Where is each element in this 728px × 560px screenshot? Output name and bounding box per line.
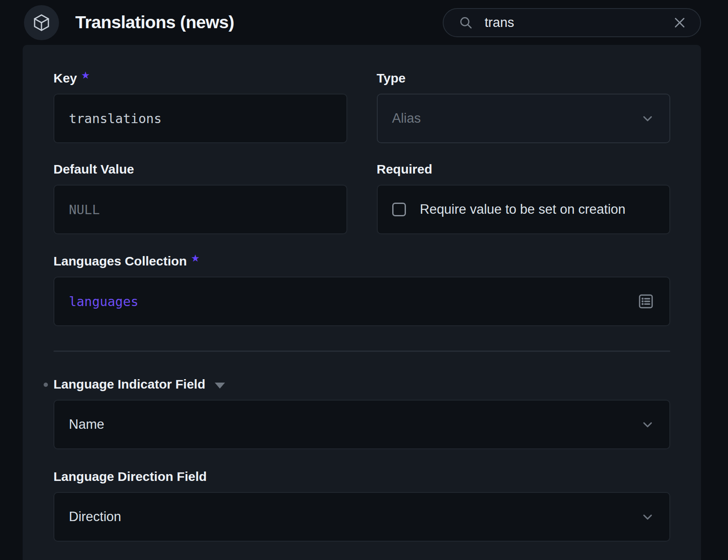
language-direction-select[interactable]: Direction	[53, 492, 670, 542]
language-direction-field-group: Language Direction Field Direction	[53, 469, 670, 542]
module-button[interactable]	[24, 5, 59, 40]
required-star-icon: ★	[82, 68, 89, 83]
languages-collection-picker[interactable]: languages	[53, 277, 670, 326]
label-menu-arrow-icon[interactable]	[215, 383, 225, 389]
required-field-group: Required Require value to be set on crea…	[377, 162, 671, 234]
default-value-field-group: Default Value	[53, 162, 347, 234]
type-label: Type	[377, 71, 671, 86]
language-direction-value: Direction	[69, 509, 121, 525]
box-icon	[32, 13, 51, 32]
type-field-group: Type Alias	[377, 71, 671, 143]
required-label: Required	[377, 162, 671, 177]
close-icon[interactable]	[672, 15, 687, 30]
type-select-value: Alias	[392, 111, 421, 126]
list-alt-icon[interactable]	[637, 292, 655, 310]
field-settings-panel: Key ★ Type Alias De	[23, 45, 701, 560]
required-star-icon: ★	[192, 251, 199, 266]
top-bar: Translations (news)	[0, 0, 728, 45]
required-checkbox-row: Require value to be set on creation	[377, 185, 671, 234]
key-input[interactable]	[69, 111, 332, 126]
language-direction-label: Language Direction Field	[53, 469, 670, 484]
language-indicator-value: Name	[69, 417, 104, 432]
section-divider	[53, 351, 670, 352]
search-icon	[458, 15, 473, 30]
default-value-input[interactable]	[69, 202, 332, 217]
spacer	[53, 449, 670, 469]
key-label: Key ★	[53, 71, 347, 86]
type-select[interactable]: Alias	[377, 94, 671, 143]
chevron-down-icon	[640, 111, 655, 126]
default-value-label: Default Value	[53, 162, 347, 177]
search-input[interactable]	[485, 15, 672, 30]
language-indicator-select[interactable]: Name	[53, 400, 670, 449]
search-box[interactable]	[443, 8, 701, 37]
chevron-down-icon	[640, 510, 655, 524]
required-checkbox[interactable]	[392, 203, 406, 216]
chevron-down-icon	[640, 417, 655, 432]
languages-collection-field-group: Languages Collection ★ languages	[53, 253, 670, 326]
language-indicator-field-group: Language Indicator Field Name	[53, 377, 670, 449]
language-indicator-label[interactable]: Language Indicator Field	[53, 377, 670, 392]
key-field-group: Key ★	[53, 71, 347, 143]
languages-collection-label: Languages Collection ★	[53, 253, 670, 269]
languages-collection-value: languages	[69, 294, 139, 309]
page-title: Translations (news)	[75, 12, 234, 32]
edited-dot-icon	[44, 383, 48, 387]
required-checkbox-label: Require value to be set on creation	[420, 202, 626, 217]
